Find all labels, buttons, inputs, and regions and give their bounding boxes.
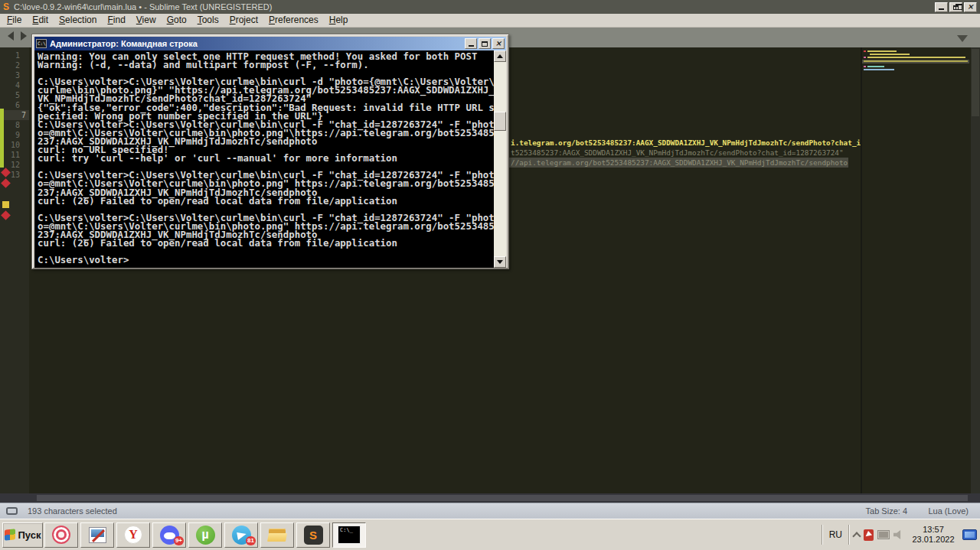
taskbar-app-button[interactable]: C:\_ [332,522,366,548]
app-icon: µ [196,526,215,545]
close-button[interactable]: × [964,2,977,12]
tab-size-indicator[interactable]: Tab Size: 4 [866,506,907,516]
minimize-button[interactable] [465,38,477,49]
start-button-label: Пуск [18,529,41,541]
selection-status: 193 characters selected [28,506,117,516]
taskbar-apps: Y 9+ µ 81 [44,522,366,548]
terminal-output: Warning: You can only select one HTTP re… [34,50,494,268]
taskbar-app-button[interactable] [260,522,294,548]
status-bar: 193 characters selected Tab Size: 4 Lua … [0,503,980,519]
taskbar-app-button[interactable]: 9+ [152,522,186,548]
tray-app-icon[interactable] [864,529,874,541]
tab-overflow-icon[interactable] [957,35,968,42]
taskbar-app-button[interactable]: 81 [224,522,258,548]
maximize-button[interactable] [479,38,491,49]
scroll-up-button[interactable] [494,50,506,62]
menu-bar: FileEditSelectionFindViewGotoToolsProjec… [0,14,980,28]
gutter-marker-icon [2,201,9,208]
vintage-mode-icon [6,507,18,515]
scrollbar-thumb[interactable] [37,495,968,501]
editor-line: //api.telegram.org/bot5253485237:AAGX_SD… [511,158,848,168]
cmd-icon: C:\ [36,39,47,48]
system-tray: RU 13:57 23.01.2022 [822,522,980,548]
scrollbar-thumb[interactable] [494,112,506,131]
menu-item[interactable]: Edit [27,14,54,27]
language-indicator[interactable]: RU [827,529,844,540]
close-icon: × [495,40,501,47]
minimap-line [864,50,866,52]
arrow-up-icon [497,51,503,58]
line-number: 2 [0,60,23,70]
minimap-line [864,69,894,70]
menu-item[interactable]: Preferences [263,14,324,27]
line-number: 4 [0,80,23,90]
cmd-window-title: Администратор: Командная строка [50,39,198,48]
menu-item[interactable]: Help [324,14,354,27]
restore-icon [953,5,959,10]
syntax-indicator[interactable]: Lua (Love) [928,506,969,516]
minimap-line [864,60,968,62]
notification-badge: 9+ [174,536,184,545]
menu-item[interactable]: Find [102,14,130,27]
menu-item[interactable]: File [2,14,27,27]
taskbar-app-button[interactable]: S [296,522,330,548]
monitor-tray-icon[interactable] [962,529,977,540]
taskbar-app-button[interactable] [44,522,78,548]
app-icon: C:\_ [338,526,361,544]
window-title: C:\love-0.9.2-win64\curl\main.lua • - Su… [14,2,272,11]
window-controls: × [935,2,977,12]
taskbar: Пуск Y 9 [0,519,980,550]
menu-item[interactable]: View [131,14,162,27]
editor-horizontal-scrollbar[interactable] [0,493,980,503]
cmd-titlebar[interactable]: C:\ Администратор: Командная строка × [34,37,506,50]
minimize-icon [469,45,474,47]
app-icon-glyph: Y [129,528,138,542]
cmd-window: C:\ Администратор: Командная строка × Wa… [31,34,509,269]
tab-scroll-right-icon[interactable] [21,31,27,41]
restore-button[interactable] [949,2,962,12]
minimap-line [870,54,910,55]
line-numbers: 12345678910111213 [0,50,29,180]
taskbar-app-button[interactable]: Y [116,522,150,548]
taskbar-app-button[interactable] [80,522,114,548]
editor-line: t5253485237:AAGX_SDDWDA1ZXHJ_VK_NPmHdjTd… [511,148,844,158]
menu-item[interactable]: Tools [192,14,224,27]
volume-icon[interactable] [893,530,904,539]
tab-scroll-left-icon[interactable] [8,31,14,41]
close-icon: × [967,3,973,11]
sublime-logo-icon: S [3,0,9,14]
scroll-down-button[interactable] [494,256,506,268]
gutter-marker-icon [1,210,11,220]
arrow-down-icon [497,260,503,267]
clock[interactable]: 13:57 23.01.2022 [908,525,959,545]
app-icon-glyph: C:\_ [340,527,353,533]
terminal-line: curl: (26) Failed to open/read local dat… [38,197,494,205]
minimize-icon [939,8,944,10]
taskbar-app-button[interactable]: µ [188,522,222,548]
windows-logo-icon [5,529,15,540]
minimap[interactable] [862,47,971,493]
scrollbar-thumb[interactable] [972,49,979,116]
minimap-line [864,66,866,67]
network-display-icon[interactable] [877,530,890,539]
line-number: 1 [0,50,23,60]
menu-item[interactable]: Selection [54,14,102,27]
terminal[interactable]: Warning: You can only select one HTTP re… [34,50,506,268]
minimap-line [864,57,866,58]
terminal-line: curl: try 'curl --help' or 'curl --manua… [38,154,494,162]
editor-vertical-scrollbar[interactable] [971,47,980,493]
tray-separator [822,525,823,545]
cmd-window-controls: × [465,38,505,49]
terminal-line: C:\Users\volter> [38,255,494,264]
cmd-scrollbar[interactable] [494,50,506,268]
start-button[interactable]: Пуск [2,522,43,548]
app-icon: S [304,526,323,545]
app-icon: Y [124,526,142,544]
app-icon-glyph: µ [201,526,208,543]
minimize-button[interactable] [935,2,948,12]
tray-expand-icon[interactable] [852,532,861,540]
menu-item[interactable]: Project [224,14,263,27]
line-number: 7 [0,110,29,120]
close-button[interactable]: × [492,38,505,49]
menu-item[interactable]: Goto [162,14,192,27]
